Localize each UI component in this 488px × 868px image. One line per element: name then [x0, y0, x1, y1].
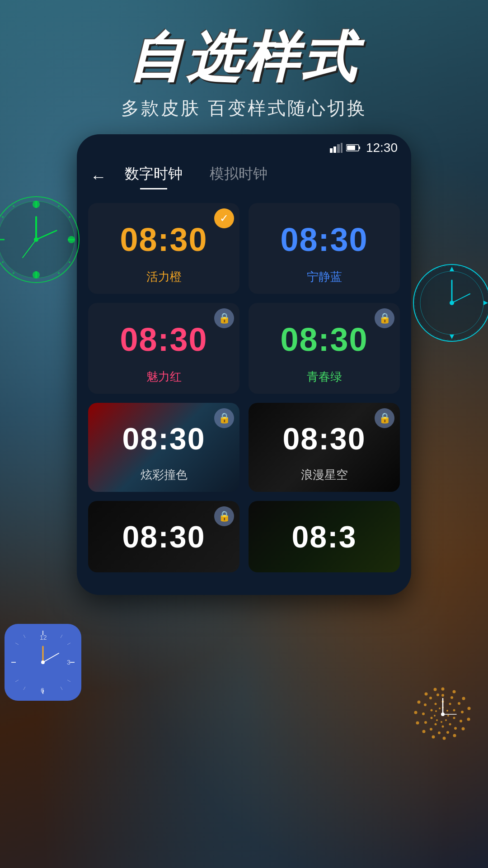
svg-point-98: [416, 722, 419, 725]
lock-badge-earth: 🔒: [214, 408, 234, 428]
top-nav: ← 数字时钟 模拟时钟: [77, 160, 411, 189]
lock-badge-space: 🔒: [375, 408, 394, 428]
svg-point-72: [431, 709, 433, 712]
clock-card-dark[interactable]: 🔒 08:30: [88, 501, 239, 572]
svg-point-83: [424, 721, 427, 724]
svg-point-56: [446, 710, 448, 712]
signal-icon: [330, 143, 343, 153]
svg-point-62: [435, 710, 437, 712]
svg-point-13: [13, 205, 14, 207]
svg-text:12: 12: [40, 634, 47, 641]
clock-card-orange[interactable]: ✓ 08:30 活力橙: [88, 203, 239, 294]
svg-text:6: 6: [41, 687, 44, 694]
back-button[interactable]: ←: [90, 167, 107, 186]
svg-point-84: [422, 712, 425, 715]
svg-line-47: [15, 643, 19, 645]
svg-point-67: [453, 717, 455, 719]
svg-point-76: [458, 702, 460, 705]
svg-point-69: [442, 726, 444, 728]
svg-point-81: [438, 731, 441, 734]
svg-point-7: [69, 216, 70, 218]
clock-card-green[interactable]: 🔒 08:30 青春绿: [249, 303, 400, 394]
svg-rect-35: [359, 146, 360, 149]
svg-rect-30: [330, 148, 333, 153]
clock-grid: ✓ 08:30 活力橙 08:30 宁静蓝 🔒 08:30 魅力红 🔒 08:3…: [77, 189, 411, 586]
svg-point-92: [467, 718, 470, 721]
svg-rect-31: [333, 146, 336, 153]
clock-label-orange: 活力橙: [146, 269, 182, 285]
svg-point-101: [425, 693, 428, 696]
clock-card-green-dark[interactable]: 08:3: [249, 501, 400, 572]
lock-badge-pink: 🔒: [214, 308, 234, 328]
tab-digital[interactable]: 数字时钟: [125, 164, 183, 189]
lock-badge-green: 🔒: [375, 308, 394, 328]
svg-line-53: [43, 653, 59, 662]
clock-time-orange: 08:30: [120, 221, 207, 258]
svg-point-88: [441, 688, 445, 691]
battery-icon: [346, 144, 361, 152]
lock-badge-dark: 🔒: [214, 506, 234, 526]
clock-card-pink[interactable]: 🔒 08:30 魅力红: [88, 303, 239, 394]
svg-point-70: [435, 723, 437, 726]
svg-point-73: [435, 703, 437, 705]
phone-mockup: 12:30 ← 数字时钟 模拟时钟 ✓ 08:30 活力橙 08:30 宁静蓝 …: [77, 134, 411, 595]
svg-point-14: [33, 201, 40, 208]
svg-point-75: [450, 696, 453, 699]
svg-point-10: [13, 272, 14, 274]
svg-point-66: [453, 709, 455, 712]
svg-point-105: [441, 712, 445, 716]
svg-line-48: [23, 635, 25, 638]
svg-point-95: [443, 737, 446, 740]
clock-time-earth: 08:30: [122, 421, 206, 456]
svg-line-45: [23, 687, 25, 690]
svg-point-82: [430, 728, 432, 731]
svg-point-79: [454, 727, 457, 730]
svg-point-68: [449, 723, 451, 726]
svg-point-90: [462, 697, 465, 700]
svg-point-63: [439, 708, 441, 709]
svg-point-91: [468, 707, 471, 710]
svg-point-61: [434, 715, 436, 717]
svg-point-60: [436, 719, 438, 721]
hero-subtitle: 多款皮肤 百变样式随心切换: [0, 96, 488, 121]
svg-point-80: [446, 731, 449, 734]
clock-card-blue[interactable]: 08:30 宁静蓝: [249, 203, 400, 294]
hero-section: 自选样式 多款皮肤 百变样式随心切换: [0, 0, 488, 134]
clock-label-earth: 炫彩撞色: [141, 467, 188, 483]
svg-rect-32: [337, 144, 340, 153]
svg-point-8: [69, 261, 70, 263]
selected-badge: ✓: [214, 208, 234, 228]
deco-clock-cyan: [411, 262, 488, 344]
svg-line-42: [67, 643, 70, 645]
svg-rect-36: [347, 146, 355, 150]
svg-line-43: [67, 680, 70, 682]
nav-tabs: 数字时钟 模拟时钟: [125, 164, 267, 189]
svg-line-41: [61, 635, 62, 638]
svg-point-28: [450, 301, 454, 305]
svg-rect-33: [341, 143, 343, 153]
svg-point-74: [441, 694, 444, 697]
clock-time-blue: 08:30: [280, 221, 368, 258]
svg-point-57: [447, 715, 449, 717]
tab-analog[interactable]: 模拟时钟: [210, 164, 267, 189]
status-bar: 12:30: [77, 134, 411, 160]
svg-line-46: [15, 680, 19, 682]
svg-point-11: [2, 261, 4, 263]
deco-clock-spiral: [398, 669, 488, 760]
svg-point-99: [414, 711, 418, 714]
svg-point-89: [453, 690, 456, 693]
svg-point-96: [432, 736, 435, 739]
svg-point-12: [2, 216, 4, 218]
svg-point-87: [436, 693, 439, 696]
clock-card-space[interactable]: 🔒 08:30 浪漫星空: [249, 403, 400, 492]
clock-label-blue: 宁静蓝: [307, 269, 342, 285]
clock-time-dark: 08:30: [122, 519, 206, 554]
svg-point-93: [462, 727, 465, 731]
svg-point-65: [449, 703, 451, 705]
svg-point-77: [461, 711, 464, 713]
clock-time-space: 08:30: [283, 421, 366, 456]
deco-clock-blue-sq: 12 3 6: [5, 624, 81, 701]
svg-point-97: [422, 730, 426, 733]
clock-card-earth[interactable]: 🔒 08:30 炫彩撞色: [88, 403, 239, 492]
svg-point-94: [453, 734, 456, 737]
